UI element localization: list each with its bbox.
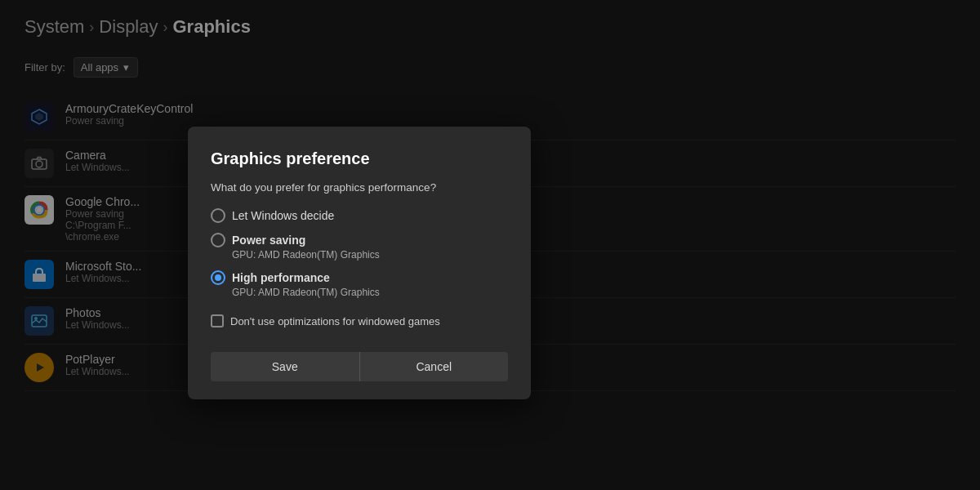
checkbox-icon (211, 314, 224, 327)
graphics-preference-dialog: Graphics preference What do you prefer f… (188, 127, 531, 399)
radio-option-let-windows[interactable]: Let Windows decide (211, 208, 508, 223)
radio-row-let-windows[interactable]: Let Windows decide (211, 208, 508, 223)
radio-circle-let-windows (211, 208, 225, 223)
radio-label-let-windows: Let Windows decide (232, 209, 334, 222)
dialog-title: Graphics preference (211, 149, 508, 168)
checkbox-label: Don't use optimizations for windowed gam… (230, 315, 440, 327)
radio-sub-high-performance: GPU: AMD Radeon(TM) Graphics (232, 287, 508, 298)
radio-option-high-performance[interactable]: High performance GPU: AMD Radeon(TM) Gra… (211, 270, 508, 298)
radio-sub-power-saving: GPU: AMD Radeon(TM) Graphics (232, 249, 508, 261)
radio-label-power-saving: Power saving (232, 234, 305, 247)
cancel-button[interactable]: Cancel (360, 352, 509, 381)
radio-group: Let Windows decide Power saving GPU: AMD… (211, 208, 508, 298)
radio-row-high-performance[interactable]: High performance (211, 270, 508, 285)
radio-row-power-saving[interactable]: Power saving (211, 233, 508, 247)
save-button[interactable]: Save (211, 352, 360, 381)
radio-option-power-saving[interactable]: Power saving GPU: AMD Radeon(TM) Graphic… (211, 233, 508, 261)
radio-circle-power-saving (211, 233, 225, 247)
dialog-question: What do you prefer for graphics performa… (211, 181, 508, 194)
radio-circle-high-performance (211, 270, 225, 285)
checkbox-windowed-games[interactable]: Don't use optimizations for windowed gam… (211, 314, 508, 327)
dialog-buttons: Save Cancel (211, 352, 508, 381)
radio-label-high-performance: High performance (232, 271, 330, 284)
